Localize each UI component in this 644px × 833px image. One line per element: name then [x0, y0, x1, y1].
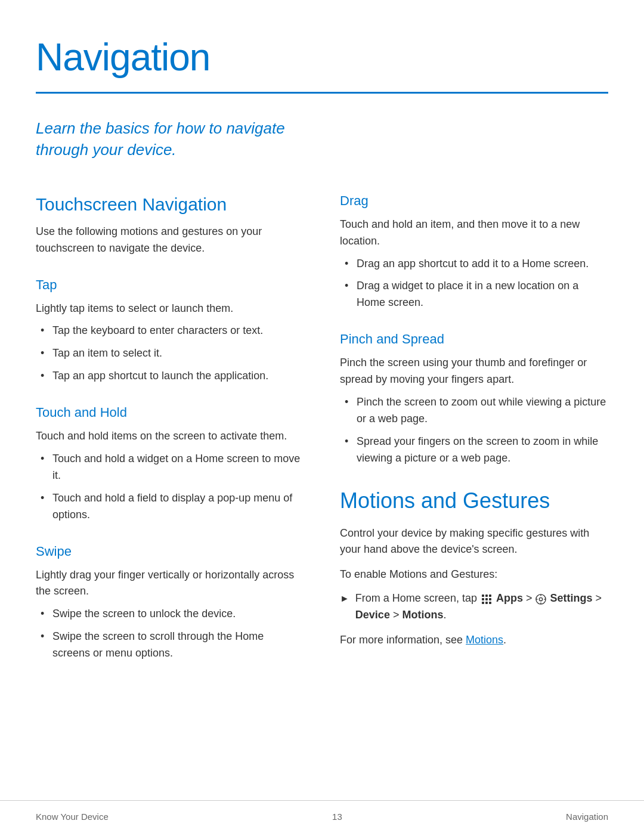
motions-link[interactable]: Motions — [466, 634, 503, 646]
svg-point-1 — [540, 597, 543, 600]
list-item: Swipe the screen to scroll through the H… — [36, 628, 304, 662]
list-item: Touch and hold a widget on a Home screen… — [36, 451, 304, 484]
title-divider — [36, 92, 608, 94]
drag-bullets: Drag an app shortcut to add it to a Home… — [340, 256, 608, 312]
list-item: Spread your fingers on the screen to zoo… — [340, 433, 608, 467]
pinch-spread-bullets: Pinch the screen to zoom out while viewi… — [340, 394, 608, 467]
touch-hold-subtitle: Touch and Hold — [36, 402, 304, 422]
swipe-bullets: Swipe the screen to unlock the device. S… — [36, 606, 304, 662]
page-title: Navigation — [36, 29, 608, 86]
motions-gestures-title: Motions and Gestures — [340, 485, 608, 517]
drag-description: Touch and hold an item, and then move it… — [340, 216, 608, 250]
page-container: Navigation Learn the basics for how to n… — [0, 0, 644, 833]
motions-gestures-description: Control your device by making specific g… — [340, 525, 608, 559]
tap-bullets: Tap the keyboard to enter characters or … — [36, 323, 304, 385]
enable-motions-text: To enable Motions and Gestures: — [340, 566, 608, 583]
pinch-spread-subtitle: Pinch and Spread — [340, 329, 608, 349]
apps-grid-icon — [482, 594, 491, 604]
list-item: Drag an app shortcut to add it to a Home… — [340, 256, 608, 272]
intro-text: Learn the basics for how to navigate thr… — [36, 117, 298, 161]
right-column: Drag Touch and hold an item, and then mo… — [340, 191, 608, 683]
swipe-subtitle: Swipe — [36, 541, 304, 561]
motions-label: Motions — [402, 609, 443, 621]
list-item: Touch and hold a field to display a pop-… — [36, 490, 304, 524]
touchscreen-nav-desc: Use the following motions and gestures o… — [36, 224, 304, 257]
swipe-subsection: Swipe Lightly drag your finger verticall… — [36, 541, 304, 662]
list-item: Swipe the screen to unlock the device. — [36, 606, 304, 623]
list-item: Pinch the screen to zoom out while viewi… — [340, 394, 608, 428]
instruction-item: ► From a Home screen, tap Apps > — [340, 590, 608, 624]
touch-hold-description: Touch and hold items on the screen to ac… — [36, 428, 304, 445]
touchscreen-nav-title: Touchscreen Navigation — [36, 191, 304, 218]
motions-gestures-section: Motions and Gestures Control your device… — [340, 485, 608, 649]
touch-hold-subsection: Touch and Hold Touch and hold items on t… — [36, 402, 304, 523]
apps-label: Apps — [496, 592, 523, 604]
drag-subtitle: Drag — [340, 191, 608, 210]
list-item: Tap an item to select it. — [36, 345, 304, 362]
tap-description: Lightly tap items to select or launch th… — [36, 301, 304, 317]
footer-page-number: 13 — [332, 810, 342, 824]
swipe-description: Lightly drag your finger vertically or h… — [36, 567, 304, 600]
pinch-spread-subsection: Pinch and Spread Pinch the screen using … — [340, 329, 608, 466]
footer-left-text: Know Your Device — [36, 810, 109, 824]
settings-label: Settings — [550, 592, 592, 604]
instruction-text: From a Home screen, tap Apps > — [355, 590, 608, 624]
list-item: Tap the keyboard to enter characters or … — [36, 323, 304, 339]
settings-icon — [535, 594, 546, 605]
tap-subtitle: Tap — [36, 275, 304, 295]
pinch-spread-description: Pinch the screen using your thumb and fo… — [340, 355, 608, 388]
device-label: Device — [355, 609, 390, 621]
more-info-text: For more information, see Motions. — [340, 632, 608, 649]
two-column-layout: Touchscreen Navigation Use the following… — [36, 191, 608, 683]
left-column: Touchscreen Navigation Use the following… — [36, 191, 304, 683]
tap-subsection: Tap Lightly tap items to select or launc… — [36, 275, 304, 385]
page-footer: Know Your Device 13 Navigation — [0, 800, 644, 834]
touchscreen-nav-section: Touchscreen Navigation Use the following… — [36, 191, 304, 662]
touch-hold-bullets: Touch and hold a widget on a Home screen… — [36, 451, 304, 524]
drag-subsection: Drag Touch and hold an item, and then mo… — [340, 191, 608, 311]
footer-right-text: Navigation — [566, 810, 608, 824]
arrow-right-icon: ► — [340, 592, 349, 606]
list-item: Drag a widget to place it in a new locat… — [340, 278, 608, 311]
list-item: Tap an app shortcut to launch the applic… — [36, 368, 304, 385]
